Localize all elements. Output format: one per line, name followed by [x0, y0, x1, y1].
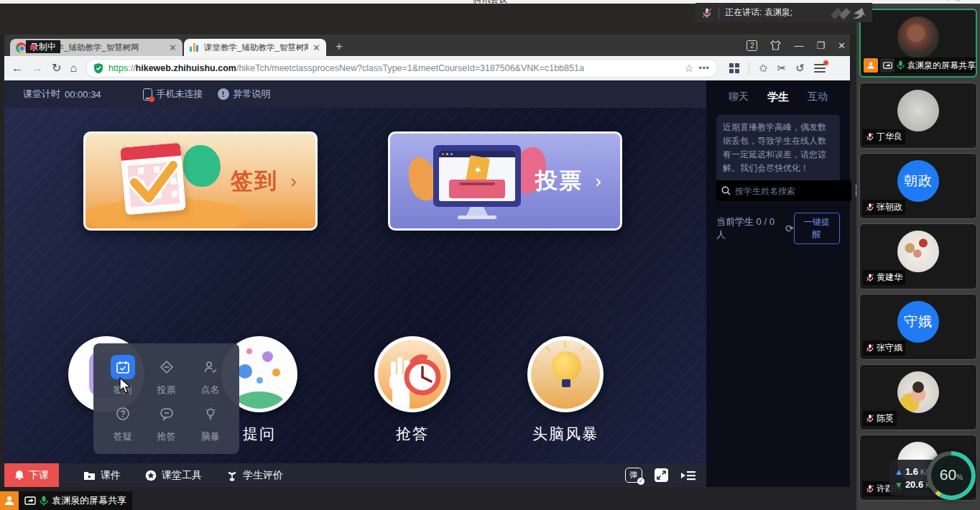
browser-tab-2-active[interactable]: 课堂教学_辅助教学_智慧树网 ✕: [184, 39, 326, 56]
meeting-window-title: 腾讯会议: [473, 0, 507, 4]
courseware-button[interactable]: 课件: [83, 469, 121, 482]
share-indicator-body: 袁渊泉的屏幕共享: [19, 491, 132, 510]
undo-history-icon[interactable]: ↺: [795, 62, 805, 73]
refresh-icon[interactable]: ⟳: [785, 223, 794, 234]
danmaku-toggle-icon[interactable]: 弹 ✓: [625, 468, 642, 483]
participant-name: 张守娥: [877, 342, 902, 354]
mic-muted-icon: [866, 132, 874, 142]
os-window-controls[interactable]: ▫×: [946, 0, 967, 4]
mic-muted-icon: [866, 273, 874, 282]
favorites-icon[interactable]: ✩: [759, 62, 768, 73]
close-button[interactable]: ✕: [838, 41, 846, 50]
tab-title: 课堂教学_辅助教学_智慧树网: [204, 42, 308, 53]
person-icon: [0, 491, 19, 510]
more-actions-icon[interactable]: •••: [698, 63, 710, 73]
browser-tabstrip: 课堂教学_辅助教学_智慧树网 ✕ 录制中 课堂教学_辅助教学_智慧树网 ✕ + …: [4, 34, 850, 56]
recording-dot-icon: [30, 45, 35, 50]
avatar-initials: 守娥: [897, 301, 939, 343]
student-count-row: 当前学生 0 / 0 人 ⟳ 一键提醒: [716, 213, 840, 244]
plant-icon: [226, 470, 238, 481]
race-tool-circle[interactable]: [374, 336, 450, 412]
brainstorm-tool-circle[interactable]: [527, 336, 604, 412]
exclamation-icon: !: [218, 88, 229, 100]
participant-name: 丁华良: [877, 131, 902, 143]
collapse-panel-icon[interactable]: [680, 470, 696, 481]
student-search-box[interactable]: [716, 180, 851, 201]
minimize-button[interactable]: —: [794, 41, 803, 50]
remind-all-button[interactable]: 一键提醒: [794, 213, 840, 244]
screenshot-scissors-icon[interactable]: ✂: [777, 62, 787, 73]
profile-icon[interactable]: [770, 40, 781, 50]
tab-count-badge[interactable]: 2: [746, 40, 757, 51]
signin-card[interactable]: 签到 ›: [83, 131, 318, 231]
video-tile[interactable]: 朝政 张朝政: [859, 153, 977, 219]
class-header-bar: 课堂计时 00:00:34 手机未连接 ! 异常说明: [4, 80, 706, 108]
video-tile[interactable]: 黄建华: [859, 223, 977, 289]
sidebar-tabs: 聊天 学生 互动: [706, 91, 850, 104]
video-tile[interactable]: 丁华良: [859, 83, 977, 149]
popup-item-brainstorm[interactable]: 脑暴: [188, 399, 232, 445]
mouse-cursor: [119, 377, 131, 394]
tab-chat[interactable]: 聊天: [729, 91, 749, 104]
chevron-right-icon: ›: [290, 170, 297, 193]
popup-item-vote[interactable]: 投票: [144, 352, 188, 399]
divider: [718, 7, 719, 19]
phone-status[interactable]: 手机未连接: [143, 88, 203, 101]
page-viewport: 课堂计时 00:00:34 手机未连接 ! 异常说明: [4, 80, 850, 487]
class-tools-button[interactable]: 课堂工具: [145, 469, 202, 482]
tab-interact[interactable]: 互动: [808, 91, 828, 104]
race-label: 抢答: [355, 424, 470, 444]
vote-card-label: 投票: [535, 166, 583, 196]
class-footer-bar: 下课 课件 课堂工具: [4, 463, 706, 487]
browser-menu-icon[interactable]: [814, 64, 826, 73]
ballot-icon: [154, 355, 179, 379]
mic-muted-icon: [866, 484, 874, 493]
participant-name: 黄建华: [877, 272, 902, 284]
search-input[interactable]: [735, 186, 846, 196]
chat-bubble-icon: [154, 402, 179, 426]
participant-name: 张朝政: [877, 201, 902, 213]
address-bar[interactable]: https://hikeweb.zhihuishu.com/hikeTch/me…: [85, 59, 718, 78]
home-icon[interactable]: ⌂: [70, 62, 77, 75]
tab-students[interactable]: 学生: [767, 91, 789, 104]
tools-popup-menu: 签到 投票 点名: [93, 343, 239, 454]
apps-grid-icon[interactable]: [729, 63, 739, 73]
popup-item-race[interactable]: 抢答: [144, 399, 188, 445]
forward-icon[interactable]: →: [32, 62, 43, 75]
video-tile-presenter[interactable]: 袁渊泉的屏幕共享: [859, 9, 977, 78]
signin-illustration: [98, 139, 235, 226]
new-tab-button[interactable]: +: [332, 40, 346, 54]
maximize-button[interactable]: ❐: [816, 41, 825, 50]
check-icon: ✓: [637, 478, 644, 485]
bookmark-star-icon[interactable]: ☆: [685, 62, 694, 74]
avatar: [897, 17, 939, 58]
back-icon[interactable]: ←: [11, 62, 23, 75]
toolbar-extensions: ✩ ✂ ↺: [729, 62, 826, 75]
download-arrow-icon: ▼: [895, 480, 903, 490]
vote-card[interactable]: ✦ 投票 ›: [388, 131, 622, 231]
video-tile[interactable]: 守娥 张守娥: [859, 294, 977, 360]
tab-close-icon[interactable]: ✕: [169, 43, 177, 52]
reload-icon[interactable]: ↻: [52, 61, 61, 75]
speaking-banner: 正在讲话: 袁渊泉;: [695, 3, 872, 22]
student-count: 当前学生 0 / 0 人: [716, 215, 781, 241]
popup-item-qa[interactable]: 答疑: [101, 399, 144, 445]
tab-close-icon[interactable]: ✕: [313, 43, 320, 52]
notice-box: 近期直播教学高峰，偶发数据丢包，导致学生在线人数有一定延迟和误差，请您谅解。我们…: [716, 115, 840, 181]
recording-indicator: 录制中: [26, 40, 60, 53]
participant-name: 袁渊泉的屏幕共享: [907, 60, 976, 72]
student-evaluate-button[interactable]: 学生评价: [226, 469, 283, 482]
participant-chip: 黄建华: [863, 270, 905, 285]
screen-share-indicator: 袁渊泉的屏幕共享: [0, 491, 132, 510]
fullscreen-icon[interactable]: [654, 468, 669, 483]
person-icon: [864, 58, 878, 73]
students-sidebar: 聊天 学生 互动 近期直播教学高峰，偶发数据丢包，导致学生在线人数有一定延迟和误…: [706, 80, 850, 487]
avatar: [897, 231, 939, 272]
cpu-percent-unit: %: [956, 473, 963, 481]
video-tile[interactable]: 陈英: [859, 364, 977, 430]
exception-link[interactable]: ! 异常说明: [218, 88, 271, 101]
end-class-button[interactable]: 下课: [4, 463, 59, 487]
popup-item-rollcall[interactable]: 点名: [188, 352, 232, 399]
screenshare-icon: [880, 58, 895, 73]
share-indicator-label: 袁渊泉的屏幕共享: [52, 494, 126, 507]
